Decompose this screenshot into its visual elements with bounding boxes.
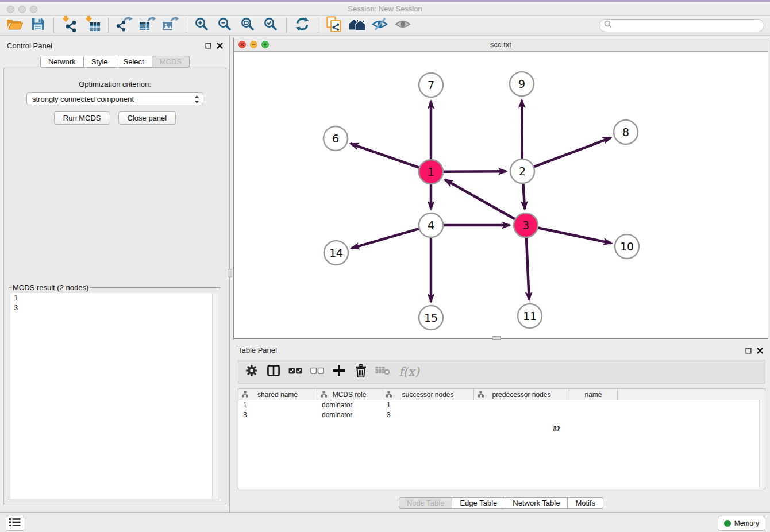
toolbar-separator bbox=[108, 18, 109, 33]
show-network-view-button[interactable] bbox=[391, 17, 414, 34]
search-field[interactable] bbox=[599, 19, 764, 32]
table-row[interactable]: 3dominator323 bbox=[238, 410, 765, 420]
add-row-button[interactable] bbox=[328, 362, 350, 381]
zoom-out-icon bbox=[217, 17, 232, 34]
result-item[interactable]: 1 bbox=[10, 293, 218, 303]
mcds-panel: Optimization criterion: strongly connect… bbox=[3, 68, 226, 504]
run-mcds-button[interactable]: Run MCDS bbox=[54, 111, 110, 125]
task-history-button[interactable] bbox=[6, 516, 24, 531]
table-settings-button[interactable] bbox=[241, 362, 263, 381]
search-input[interactable] bbox=[615, 21, 764, 30]
share-document-button[interactable] bbox=[322, 17, 345, 34]
tab-select[interactable]: Select bbox=[116, 56, 152, 68]
open-file-button[interactable] bbox=[3, 17, 26, 34]
select-all-button[interactable] bbox=[284, 362, 306, 381]
tab-network-table[interactable]: Network Table bbox=[505, 497, 568, 509]
gear-icon bbox=[245, 364, 258, 379]
graph-node-label: 15 bbox=[424, 311, 438, 324]
tab-node-table[interactable]: Node Table bbox=[399, 497, 453, 509]
save-session-button[interactable] bbox=[26, 17, 49, 34]
table-cell[interactable]: 3 bbox=[238, 410, 317, 420]
float-panel-icon[interactable] bbox=[205, 41, 211, 51]
hide-network-view-button[interactable] bbox=[368, 17, 391, 34]
graph-edge-2-9[interactable] bbox=[522, 100, 522, 159]
close-panel-button[interactable]: Close panel bbox=[118, 111, 176, 125]
tab-style[interactable]: Style bbox=[84, 56, 116, 68]
column-header-shared-name[interactable]: shared name bbox=[238, 389, 317, 400]
graph-edge-2-3[interactable] bbox=[523, 184, 525, 209]
graph-edge-2-8[interactable] bbox=[534, 138, 611, 167]
column-header-label: MCDS role bbox=[333, 391, 367, 399]
table-cell[interactable]: 3 bbox=[382, 410, 430, 420]
column-header-label: successor nodes bbox=[402, 391, 453, 399]
export-table-button[interactable] bbox=[136, 17, 159, 34]
graph-edge-1-6[interactable] bbox=[351, 144, 419, 168]
import-table-button[interactable] bbox=[81, 17, 104, 34]
close-panel-icon[interactable] bbox=[217, 41, 223, 51]
close-panel-icon[interactable] bbox=[757, 346, 763, 356]
graph-edge-4-14[interactable] bbox=[352, 229, 419, 248]
table-toolbar: f(x) bbox=[238, 360, 765, 384]
main-toolbar bbox=[0, 16, 770, 36]
table-cell[interactable]: dominator bbox=[317, 400, 382, 410]
column-header-successor-nodes[interactable]: successor nodes bbox=[382, 389, 474, 400]
apply-function-button[interactable]: f(x) bbox=[394, 362, 425, 381]
graph-node-label: 14 bbox=[329, 246, 343, 259]
graph-edge-3-11[interactable] bbox=[526, 238, 529, 300]
canvas-splitter-handle[interactable] bbox=[492, 336, 501, 340]
import-table-icon bbox=[84, 16, 101, 35]
graph-edge-1-2[interactable] bbox=[444, 171, 506, 172]
delete-table-button[interactable] bbox=[372, 362, 394, 381]
table-cell[interactable]: 2 bbox=[471, 425, 566, 434]
control-panel-tabs: NetworkStyleSelectMCDS bbox=[0, 56, 230, 68]
column-header-MCDS-role[interactable]: MCDS role bbox=[317, 389, 382, 400]
graph-edge-3-1[interactable] bbox=[445, 180, 514, 219]
column-header-name[interactable]: name bbox=[569, 389, 618, 400]
export-image-icon bbox=[161, 16, 179, 34]
table-row[interactable]: 1dominator411 bbox=[238, 400, 765, 410]
deselect-all-button[interactable] bbox=[306, 362, 328, 381]
network-canvas[interactable]: 1234678910111415 bbox=[234, 52, 768, 339]
graph-node-label: 10 bbox=[620, 240, 634, 253]
search-icon bbox=[604, 20, 612, 30]
import-network-button[interactable] bbox=[58, 17, 81, 34]
result-item[interactable]: 3 bbox=[10, 303, 218, 313]
memory-button[interactable]: Memory bbox=[718, 516, 765, 531]
column-header-predecessor-nodes[interactable]: predecessor nodes bbox=[474, 389, 569, 400]
home-icon bbox=[347, 17, 367, 33]
graph-edge-3-10[interactable] bbox=[538, 228, 611, 244]
control-panel: Control Panel NetworkStyleSelectMCDS Opt… bbox=[0, 36, 230, 512]
table-cell[interactable]: 1 bbox=[238, 400, 317, 410]
panel-splitter-handle[interactable] bbox=[228, 269, 232, 277]
zoom-selected-button[interactable] bbox=[259, 17, 282, 34]
memory-status-icon bbox=[724, 520, 731, 527]
unchecked-boxes-icon bbox=[310, 367, 324, 377]
table-scrollbar[interactable] bbox=[759, 400, 765, 489]
split-view-button[interactable] bbox=[263, 362, 284, 381]
delete-row-button[interactable] bbox=[350, 362, 372, 381]
zoom-fit-button[interactable] bbox=[236, 17, 259, 34]
column-header-label: name bbox=[584, 391, 602, 399]
application-window: Session: New Session Control Panel bbox=[0, 0, 770, 532]
zoom-out-button[interactable] bbox=[213, 17, 236, 34]
table-cell[interactable]: dominator bbox=[317, 410, 382, 420]
float-panel-icon[interactable] bbox=[745, 346, 752, 356]
criterion-select[interactable]: strongly connected component bbox=[26, 92, 203, 105]
graph-node-label: 9 bbox=[518, 78, 525, 90]
tab-motifs[interactable]: Motifs bbox=[568, 497, 603, 509]
toolbar-separator bbox=[286, 18, 287, 33]
tab-edge-table[interactable]: Edge Table bbox=[452, 497, 505, 509]
graph-node-label: 8 bbox=[622, 126, 629, 138]
result-scrollbar[interactable] bbox=[212, 293, 218, 499]
home-button[interactable] bbox=[345, 17, 368, 34]
refresh-button[interactable] bbox=[291, 17, 314, 34]
tab-network[interactable]: Network bbox=[40, 56, 84, 68]
table-cell[interactable]: 1 bbox=[382, 400, 430, 410]
tab-mcds[interactable]: MCDS bbox=[152, 56, 190, 68]
export-image-button[interactable] bbox=[159, 17, 182, 34]
mcds-result-list[interactable]: 13 bbox=[10, 293, 218, 499]
export-network-button[interactable] bbox=[113, 17, 136, 34]
titlebar: Session: New Session bbox=[0, 0, 770, 16]
zoom-in-button[interactable] bbox=[190, 17, 213, 34]
split-columns-icon bbox=[267, 365, 280, 379]
